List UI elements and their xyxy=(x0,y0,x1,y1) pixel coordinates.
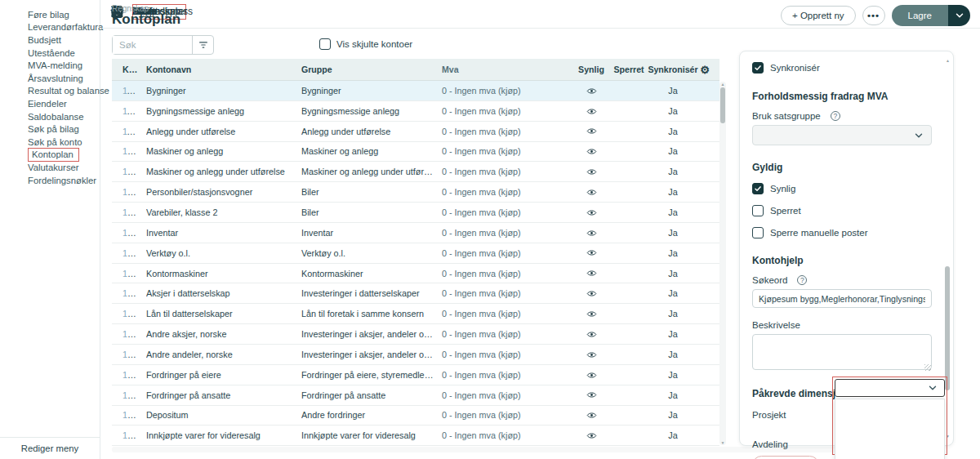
col-kontonavn[interactable]: Kontonavn xyxy=(146,65,301,74)
sidebar-item[interactable]: Årsavslutning xyxy=(0,72,100,85)
sidebar-item[interactable]: Valutakurser xyxy=(0,161,100,174)
sidebar-item[interactable]: Eiendeler xyxy=(0,97,100,110)
block-manual-checkbox[interactable] xyxy=(752,227,764,238)
dropdown-option[interactable] xyxy=(835,439,944,457)
col-gruppe[interactable]: Gruppe xyxy=(301,65,442,74)
account-number-link[interactable]: 1460 xyxy=(122,430,142,440)
table-row[interactable]: 1380 Fordringer på ansatte Fordringer på… xyxy=(112,385,719,406)
sidebar-item-label: Valutakurser xyxy=(28,163,79,172)
table-row[interactable]: 1100 Bygninger Bygninger 0 - Ingen mva (… xyxy=(112,81,719,101)
account-number-link[interactable]: 1250 xyxy=(122,228,142,238)
visible-toggle[interactable]: Synlig xyxy=(752,183,932,194)
sync-toggle[interactable]: Synkronisér xyxy=(752,62,932,74)
resize-handle[interactable] xyxy=(924,364,931,371)
account-group: Bygninger xyxy=(301,86,442,96)
eye-icon xyxy=(586,207,597,218)
table-row[interactable]: 1300 Aksjer i datterselskap Investeringe… xyxy=(112,283,719,304)
account-number-link[interactable]: 1100 xyxy=(122,86,141,96)
panel-scrollbar-thumb[interactable] xyxy=(945,266,950,390)
table-row[interactable]: 1270 Verktøy o.l. Verktøy o.l. 0 - Ingen… xyxy=(112,243,719,264)
dropdown-option[interactable] xyxy=(835,403,944,421)
sidebar-item[interactable]: Føre bilag xyxy=(0,8,100,21)
help-icon[interactable]: ? xyxy=(831,111,840,121)
show-hidden-checkbox[interactable] xyxy=(319,38,331,50)
account-number-link[interactable]: 1236 xyxy=(122,207,142,217)
account-number-link[interactable]: 1320 xyxy=(122,309,142,319)
sidebar-item[interactable]: Kontoplan xyxy=(0,149,100,162)
table-row[interactable]: 1460 Innkjøpte varer for videresalg Innk… xyxy=(112,426,719,446)
visible-checkbox[interactable] xyxy=(752,183,764,194)
edit-menu-label: Rediger meny xyxy=(21,443,78,453)
table-row[interactable]: 1120 Bygningsmessige anlegg Bygningsmess… xyxy=(112,101,719,122)
table-row[interactable]: 1230 Personbiler/stasjonsvogner Biler 0 … xyxy=(112,182,719,203)
description-textarea[interactable] xyxy=(752,334,932,370)
account-number-link[interactable]: 1380 xyxy=(122,390,142,400)
dropdown-option[interactable] xyxy=(835,421,944,439)
edit-menu-button[interactable]: Rediger meny xyxy=(0,437,100,459)
sync-cell: Ja xyxy=(648,228,698,238)
create-new-button[interactable]: + Opprett ny xyxy=(781,6,856,25)
table-scrollbar-thumb[interactable] xyxy=(720,87,725,123)
account-number-link[interactable]: 1280 xyxy=(122,269,142,279)
table-row[interactable]: 1250 Inventar Inventar 0 - Ingen mva (kj… xyxy=(112,223,719,243)
save-split-button[interactable]: Lagre xyxy=(892,5,970,26)
satsgruppe-select[interactable] xyxy=(752,125,932,145)
sidebar-item[interactable]: Søk på bilag xyxy=(0,123,100,136)
blocked-checkbox[interactable] xyxy=(752,205,764,216)
sidebar-item[interactable]: Utestående xyxy=(0,47,100,60)
filter-button[interactable] xyxy=(192,36,213,54)
keywords-input[interactable] xyxy=(752,289,932,308)
sidebar-item[interactable]: Fordelingsnøkler xyxy=(0,174,100,187)
col-mva[interactable]: Mva xyxy=(442,65,572,74)
blocked-toggle[interactable]: Sperret xyxy=(752,205,932,216)
table-row[interactable]: 1370 Fordringer på eiere Fordringer på e… xyxy=(112,365,719,385)
table-scrollbar[interactable]: ▲ ▼ xyxy=(719,82,726,445)
block-manual-toggle[interactable]: Sperre manuelle poster xyxy=(752,227,932,238)
account-number-link[interactable]: 1370 xyxy=(122,370,142,380)
account-number-link[interactable]: 1355 xyxy=(122,350,142,359)
block-manual-label: Sperre manuelle poster xyxy=(770,228,868,238)
sidebar-item[interactable]: Resultat og balanse xyxy=(0,85,100,98)
project-select[interactable] xyxy=(835,379,945,397)
table-row[interactable]: 1210 Maskiner og anlegg under utførelse … xyxy=(112,162,719,182)
save-dropdown-toggle[interactable] xyxy=(948,5,970,26)
table-row[interactable]: 1236 Varebiler, klasse 2 Biler 0 - Ingen… xyxy=(112,203,719,223)
table-row[interactable]: 1320 Lån til datterselskaper Lån til for… xyxy=(112,304,719,324)
col-sperret[interactable]: Sperret xyxy=(610,65,648,74)
delete-account-button[interactable]: Slett konto xyxy=(752,456,819,459)
table-row[interactable]: 1280 Kontormaskiner Kontormaskiner 0 - I… xyxy=(112,264,719,284)
search-input[interactable] xyxy=(113,36,192,54)
col-synkroniser[interactable]: Synkronisér xyxy=(648,65,698,74)
table-row[interactable]: 1200 Maskiner og anlegg Maskiner og anle… xyxy=(112,142,719,163)
account-number-link[interactable]: 1120 xyxy=(122,106,141,116)
help-icon[interactable]: ? xyxy=(797,275,807,285)
account-number-link[interactable]: 1130 xyxy=(122,127,141,136)
table-row[interactable]: 1130 Anlegg under utførelse Anlegg under… xyxy=(112,122,719,142)
more-options-button[interactable]: ••• xyxy=(862,6,885,25)
table-row[interactable]: 1350 Andre aksjer, norske Investeringer … xyxy=(112,324,719,345)
account-group: Biler xyxy=(301,187,442,197)
col-kontonr[interactable]: Kontonr xyxy=(112,65,146,74)
save-button[interactable]: Lagre xyxy=(892,5,948,26)
chevron-down-icon xyxy=(955,11,964,20)
account-number-link[interactable]: 1300 xyxy=(122,288,142,298)
account-number-link[interactable]: 1350 xyxy=(122,329,142,339)
account-number-link[interactable]: 1270 xyxy=(122,248,142,258)
account-number-link[interactable]: 1210 xyxy=(122,167,142,176)
account-number-link[interactable]: 1230 xyxy=(122,187,142,197)
col-synlig[interactable]: Synlig xyxy=(572,65,610,74)
sidebar-item[interactable]: Leverandørfaktura xyxy=(0,21,100,34)
sidebar-item[interactable]: Budsjett xyxy=(0,33,100,47)
table-row[interactable]: 1355 Andre andeler, norske Investeringer… xyxy=(112,345,719,365)
sync-checkbox[interactable] xyxy=(752,62,764,74)
table-settings-gear-icon[interactable]: ⚙ xyxy=(700,64,710,76)
account-number-link[interactable]: 1200 xyxy=(122,146,142,156)
panel-scrollbar[interactable]: ▲ ▼ xyxy=(945,58,951,439)
show-hidden-toggle[interactable]: Vis skjulte kontoer xyxy=(319,38,412,50)
table-row[interactable]: 1396 Depositum Andre fordringer 0 - Inge… xyxy=(112,406,719,426)
sidebar-item[interactable]: Søk på konto xyxy=(0,136,100,149)
sidebar-item[interactable]: Saldobalanse xyxy=(0,110,100,123)
sidebar-item[interactable]: MVA-melding xyxy=(0,59,100,72)
account-number-link[interactable]: 1396 xyxy=(122,410,142,420)
account-name: Fordringer på ansatte xyxy=(146,390,301,400)
